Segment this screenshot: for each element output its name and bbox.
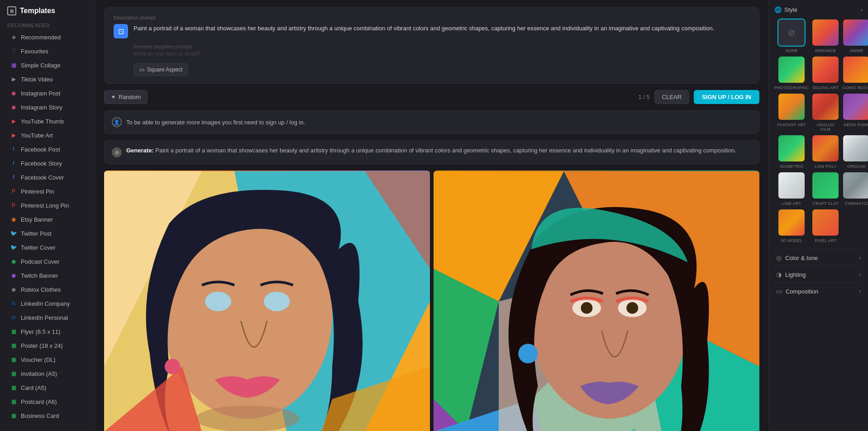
sidebar-item-tiktok-video[interactable]: ▶ Tiktok Video [3, 72, 92, 86]
sidebar-item-twitter-post[interactable]: 🐦 Twitter Post [3, 227, 92, 240]
style-item-enhance[interactable]: ENHANCE [811, 19, 839, 53]
generated-image-left[interactable] [104, 171, 430, 431]
recommended-section-label: Recommended [0, 20, 95, 30]
sidebar-item-youtube-thumb[interactable]: ▶ YouTube Thumb [3, 114, 92, 128]
sidebar-label-recommended: Recommended [21, 34, 61, 41]
generated-image-right[interactable] [434, 171, 759, 431]
sidebar-item-twitter-cover[interactable]: 🐦 Twitter Cover [3, 241, 92, 254]
style-item-digital-art[interactable]: DIGITAL ART [811, 56, 839, 90]
style-img-analog-film [811, 93, 839, 121]
sidebar-item-youtube-art[interactable]: ▶ YouTube Art [3, 128, 92, 142]
style-label-analog-film: ANALOG FILM [811, 123, 839, 132]
sidebar-item-business-card[interactable]: ▦ Business Card [3, 409, 92, 422]
sidebar-item-poster[interactable]: ▦ Poster (18 x 24) [3, 339, 92, 352]
sidebar-icon-facebook-cover: f [10, 174, 17, 181]
sidebar-icon-pinterest-pin: P [10, 188, 17, 195]
svg-point-7 [196, 406, 300, 431]
style-item-low-poly[interactable]: LOW POLY [811, 134, 839, 169]
sidebar-item-flyer[interactable]: ▦ Flyer (8.5 x 11) [3, 325, 92, 338]
sidebar-icon-invitation: ▦ [10, 370, 17, 377]
sidebar-icon-poster: ▦ [10, 342, 17, 349]
sidebar-item-recommended[interactable]: ◈ Recommended [3, 30, 92, 44]
style-label-isometric: ISOMETRIC [780, 164, 804, 169]
color-tone-icon: ◎ [776, 254, 782, 261]
clear-button[interactable]: CLEAR [654, 90, 689, 104]
style-item-comic-book[interactable]: COMIC BOOK [842, 56, 868, 90]
svg-point-23 [581, 302, 592, 314]
sidebar-item-pinterest-pin[interactable]: P Pinterest Pin [3, 185, 92, 198]
sidebar-label-facebook-story: Facebook Story [21, 160, 62, 167]
aspect-icon: ▭ [139, 66, 144, 73]
prompt-icon-row: ⊡ Paint a portrait of a woman that showc… [114, 24, 750, 38]
sidebar-icon-card-a5: ▦ [10, 384, 17, 391]
sidebar-item-facebook-cover[interactable]: f Facebook Cover [3, 171, 92, 184]
sidebar-icon-twitter-post: 🐦 [10, 230, 17, 237]
negative-prompt-placeholder[interactable]: What do you want to avoid? [134, 51, 750, 57]
sidebar-item-simple-collage[interactable]: ▦ Simple Collage [3, 58, 92, 72]
sidebar-label-roblox-clothes: Roblox Clothes [21, 286, 61, 293]
lighting-label: Lighting [785, 271, 806, 278]
style-item-craft-clay[interactable]: CRAFT CLAY [811, 171, 839, 206]
style-img-isometric [777, 134, 806, 162]
sidebar-item-podcast-cover[interactable]: ◉ Podcast Cover [3, 255, 92, 268]
image-grid [104, 171, 759, 431]
style-img-enhance [811, 19, 839, 47]
style-label-digital-art: DIGITAL ART [813, 85, 839, 90]
style-item-anime[interactable]: ANIME [842, 19, 868, 53]
sidebar-item-etsy-banner[interactable]: ◉ Etsy Banner [3, 213, 92, 226]
style-item-analog-film[interactable]: ANALOG FILM [811, 93, 839, 132]
composition-section[interactable]: ▭ Composition › [774, 283, 863, 299]
composition-left: ▭ Composition [776, 288, 818, 295]
sidebar-icon-recommended: ◈ [10, 33, 17, 41]
sidebar-label-facebook-cover: Facebook Cover [21, 174, 64, 181]
generate-card: ⊘ Generate: Paint a portrait of a woman … [104, 140, 759, 164]
lighting-section[interactable]: ◑ Lighting › [774, 266, 863, 283]
style-item-fantasy-art[interactable]: FANTASY ART [774, 93, 809, 132]
style-item-line-art[interactable]: LINE ART [774, 171, 809, 206]
style-item-cinematic[interactable]: CINEMATIC [842, 171, 868, 206]
sidebar-item-instagram-post[interactable]: ◉ Instagram Post [3, 86, 92, 100]
notice-text: To be able to generate more images you f… [126, 119, 305, 126]
sidebar-label-pinterest-pin: Pinterest Pin [21, 188, 54, 195]
notice-card: 👤 To be able to generate more images you… [104, 110, 759, 134]
sidebar-item-pinterest-long[interactable]: P Pinterest Long Pin [3, 199, 92, 212]
sidebar-label-etsy-banner: Etsy Banner [21, 216, 53, 223]
sidebar-label-flyer: Flyer (8.5 x 11) [21, 328, 60, 335]
sidebar-item-twitch-banner[interactable]: ◉ Twitch Banner [3, 269, 92, 282]
sidebar-item-linkedin-company[interactable]: in LinkedIn Company [3, 297, 92, 310]
sidebar-icon-twitter-cover: 🐦 [10, 244, 17, 251]
sidebar-item-linkedin-personal[interactable]: in LinkedIn Personal [3, 311, 92, 324]
sidebar-item-facebook-post[interactable]: f Facebook Post [3, 142, 92, 156]
signup-button[interactable]: SIGN UP / LOG IN [694, 90, 759, 104]
style-item-pixel-art[interactable]: PIXEL ART [811, 208, 839, 243]
sidebar-item-roblox-clothes[interactable]: ◉ Roblox Clothes [3, 283, 92, 296]
sidebar-icon-instagram-story: ◉ [10, 104, 17, 111]
style-item-photographic[interactable]: PHOTOGRAPHIC [774, 56, 809, 90]
style-label-photographic: PHOTOGRAPHIC [774, 85, 809, 90]
svg-point-5 [205, 292, 231, 311]
style-item-3d-model[interactable]: 3D MODEL [774, 208, 809, 243]
sidebar-item-postcard[interactable]: ▦ Postcard (A6) [3, 395, 92, 408]
color-tone-section[interactable]: ◎ Color & tone › [774, 249, 863, 266]
style-item-origami[interactable]: ORIGAMI [842, 134, 868, 169]
sidebar-icon-youtube-thumb: ▶ [10, 118, 17, 125]
aspect-button[interactable]: ▭ Square Aspect [134, 63, 188, 76]
style-label-3d-model: 3D MODEL [781, 238, 802, 243]
sidebar-item-instagram-story[interactable]: ◉ Instagram Story [3, 100, 92, 114]
style-item-none[interactable]: ⊘ NONE [774, 19, 809, 53]
style-item-neon-punk[interactable]: NEON PUNK [842, 93, 868, 132]
sidebar-item-voucher[interactable]: ▦ Voucher (DL) [3, 353, 92, 366]
sidebar-item-invitation[interactable]: ▦ Invitation (A5) [3, 367, 92, 380]
sidebar-item-facebook-story[interactable]: f Facebook Story [3, 156, 92, 170]
sidebar-item-favourites[interactable]: ♡ Favourites [3, 44, 92, 58]
style-img-comic-book [842, 56, 868, 84]
sidebar-items-list: ◈ Recommended ♡ Favourites ▦ Simple Coll… [0, 30, 95, 423]
style-item-isometric[interactable]: ISOMETRIC [774, 134, 809, 169]
random-button[interactable]: ✦ Random [104, 90, 148, 104]
sidebar-label-twitter-cover: Twitter Cover [21, 244, 56, 251]
prompt-text[interactable]: Paint a portrait of a woman that showcas… [134, 24, 714, 33]
sidebar-icon-linkedin-company: in [10, 300, 17, 307]
sidebar-icon-youtube-art: ▶ [10, 132, 17, 139]
style-label-none: NONE [786, 48, 798, 53]
sidebar-item-card-a5[interactable]: ▦ Card (A5) [3, 381, 92, 394]
